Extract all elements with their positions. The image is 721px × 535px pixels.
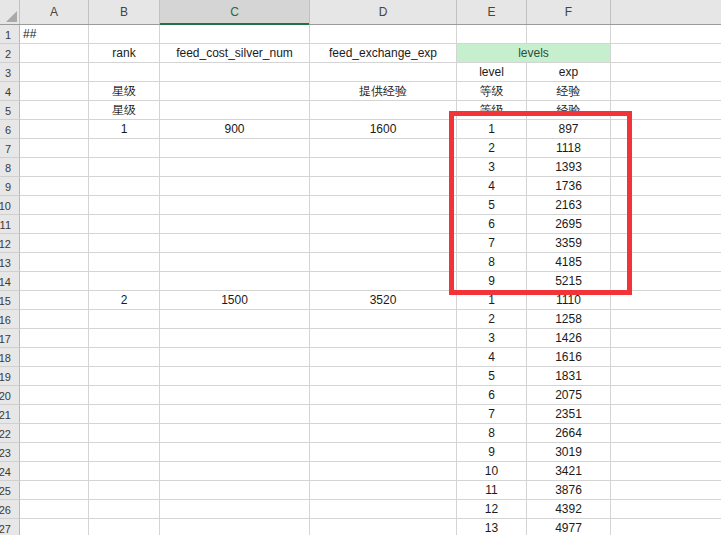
cell-D26[interactable] <box>310 500 457 519</box>
cell-G24[interactable] <box>611 462 721 481</box>
cell-A20[interactable] <box>20 386 89 405</box>
cell-C18[interactable] <box>160 348 310 367</box>
cell-E9[interactable]: 4 <box>457 177 527 196</box>
cell-F9[interactable]: 1736 <box>527 177 611 196</box>
cell-E13[interactable]: 8 <box>457 253 527 272</box>
cell-A5[interactable] <box>20 101 89 120</box>
cell-C12[interactable] <box>160 234 310 253</box>
cell-D4[interactable]: 提供经验 <box>310 82 457 101</box>
cell-G5[interactable] <box>611 101 721 120</box>
cell-F25[interactable]: 3876 <box>527 481 611 500</box>
column-header-A[interactable]: A <box>20 0 89 24</box>
cell-C4[interactable] <box>160 82 310 101</box>
row-header-14[interactable]: 14 <box>0 272 20 291</box>
cell-A22[interactable] <box>20 424 89 443</box>
cell-D27[interactable] <box>310 519 457 535</box>
cell-B3[interactable] <box>89 63 160 82</box>
column-header-B[interactable]: B <box>89 0 160 24</box>
row-header-5[interactable]: 5 <box>0 101 20 120</box>
cell-D5[interactable] <box>310 101 457 120</box>
cell-G13[interactable] <box>611 253 721 272</box>
cell-C14[interactable] <box>160 272 310 291</box>
row-header-16[interactable]: 16 <box>0 310 20 329</box>
cell-G2[interactable] <box>611 44 721 63</box>
cell-F26[interactable]: 4392 <box>527 500 611 519</box>
row-header-27[interactable]: 27 <box>0 519 20 535</box>
cell-A11[interactable] <box>20 215 89 234</box>
cell-D21[interactable] <box>310 405 457 424</box>
cell-A15[interactable] <box>20 291 89 310</box>
cell-D3[interactable] <box>310 63 457 82</box>
cell-B5[interactable]: 星级 <box>89 101 160 120</box>
cell-E10[interactable]: 5 <box>457 196 527 215</box>
column-header-F[interactable]: F <box>527 0 611 24</box>
cell-C20[interactable] <box>160 386 310 405</box>
cell-E20[interactable]: 6 <box>457 386 527 405</box>
select-all-corner[interactable] <box>0 0 20 24</box>
cell-D9[interactable] <box>310 177 457 196</box>
cell-B11[interactable] <box>89 215 160 234</box>
cell-D16[interactable] <box>310 310 457 329</box>
cell-D1[interactable] <box>310 25 457 44</box>
cell-B9[interactable] <box>89 177 160 196</box>
cell-E22[interactable]: 8 <box>457 424 527 443</box>
cell-A17[interactable] <box>20 329 89 348</box>
row-header-1[interactable]: 1 <box>0 25 20 44</box>
cell-B13[interactable] <box>89 253 160 272</box>
cell-E25[interactable]: 11 <box>457 481 527 500</box>
cell-A10[interactable] <box>20 196 89 215</box>
cell-B15[interactable]: 2 <box>89 291 160 310</box>
cell-C3[interactable] <box>160 63 310 82</box>
row-header-3[interactable]: 3 <box>0 63 20 82</box>
cell-C8[interactable] <box>160 158 310 177</box>
cell-F11[interactable]: 2695 <box>527 215 611 234</box>
cell-E15[interactable]: 1 <box>457 291 527 310</box>
cell-G7[interactable] <box>611 139 721 158</box>
cell-F12[interactable]: 3359 <box>527 234 611 253</box>
cell-F19[interactable]: 1831 <box>527 367 611 386</box>
column-header-C[interactable]: C <box>160 0 310 24</box>
cell-D19[interactable] <box>310 367 457 386</box>
cell-F14[interactable]: 5215 <box>527 272 611 291</box>
cell-D13[interactable] <box>310 253 457 272</box>
cell-F7[interactable]: 1118 <box>527 139 611 158</box>
cell-F10[interactable]: 2163 <box>527 196 611 215</box>
cell-A13[interactable] <box>20 253 89 272</box>
cell-C17[interactable] <box>160 329 310 348</box>
cell-C27[interactable] <box>160 519 310 535</box>
cell-E5[interactable]: 等级 <box>457 101 527 120</box>
cell-C7[interactable] <box>160 139 310 158</box>
cell-E21[interactable]: 7 <box>457 405 527 424</box>
cell-D6[interactable]: 1600 <box>310 120 457 139</box>
cell-A19[interactable] <box>20 367 89 386</box>
cell-A27[interactable] <box>20 519 89 535</box>
cell-G15[interactable] <box>611 291 721 310</box>
cell-D23[interactable] <box>310 443 457 462</box>
cell-A23[interactable] <box>20 443 89 462</box>
cell-B27[interactable] <box>89 519 160 535</box>
cell-C1[interactable] <box>160 25 310 44</box>
cell-E27[interactable]: 13 <box>457 519 527 535</box>
cell-A3[interactable] <box>20 63 89 82</box>
cell-F6[interactable]: 897 <box>527 120 611 139</box>
cell-C21[interactable] <box>160 405 310 424</box>
cell-E4[interactable]: 等级 <box>457 82 527 101</box>
cell-B25[interactable] <box>89 481 160 500</box>
cell-A7[interactable] <box>20 139 89 158</box>
cell-C5[interactable] <box>160 101 310 120</box>
cell-G20[interactable] <box>611 386 721 405</box>
cell-F24[interactable]: 3421 <box>527 462 611 481</box>
cell-F16[interactable]: 1258 <box>527 310 611 329</box>
cell-A1[interactable]: ## <box>20 25 89 44</box>
cell-G8[interactable] <box>611 158 721 177</box>
cell-G1[interactable] <box>611 25 721 44</box>
cell-E3[interactable]: level <box>457 63 527 82</box>
cell-F22[interactable]: 2664 <box>527 424 611 443</box>
cell-D20[interactable] <box>310 386 457 405</box>
cell-B16[interactable] <box>89 310 160 329</box>
row-header-9[interactable]: 9 <box>0 177 20 196</box>
row-header-4[interactable]: 4 <box>0 82 20 101</box>
cell-E1[interactable] <box>457 25 527 44</box>
cell-D25[interactable] <box>310 481 457 500</box>
cell-F13[interactable]: 4185 <box>527 253 611 272</box>
